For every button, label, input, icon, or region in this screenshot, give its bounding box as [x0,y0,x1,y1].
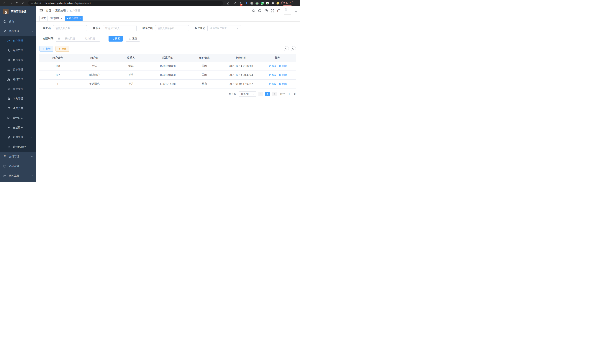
edit-button[interactable]: 修改 [268,73,276,77]
help-icon[interactable] [264,9,268,13]
tag-首页[interactable]: 首页 [39,16,47,21]
toggle-search-button[interactable] [284,46,289,51]
sidebar-item-短信管理[interactable]: 短信管理 [0,132,36,142]
cell-contact: 芋艿 [112,79,149,88]
sidebar-item-支付管理[interactable]: ¥支付管理 [0,152,36,161]
sidebar-item-菜单管理[interactable]: 菜单管理 [0,65,36,75]
close-icon[interactable]: × [61,17,62,20]
github-icon[interactable] [258,9,262,13]
date-range-picker[interactable]: 开始日期 - 结束日期 [56,36,100,42]
sidebar-item-字典管理[interactable]: 字典管理 [0,94,36,103]
sidebar-item-租户管理[interactable]: 租户管理 [0,36,36,46]
cell-name: 芋道源码 [76,79,113,88]
total-count: 共 3 条 [229,92,236,96]
sidebar-item-label: 菜单管理 [13,68,23,71]
gear-icon [3,30,6,33]
browser-forward-icon[interactable] [8,0,13,6]
delete-button[interactable]: 删除 [279,82,287,85]
extensions-puzzle-icon[interactable] [271,1,274,5]
profile-avatar-icon[interactable] [276,1,279,5]
export-button[interactable]: 导出 [56,46,69,52]
address-bar[interactable]: 不安全 dashboard.yudao.iocoder.cn/system/te… [28,1,223,6]
sidebar-item-基础设施[interactable]: 基础设施 [0,161,36,171]
extension-recorder-icon[interactable] [255,1,259,5]
tag-部门管理[interactable]: 部门管理× [49,16,64,21]
phone-input[interactable] [155,25,189,31]
tenant-name-label: 租户名 [43,27,51,30]
sidebar-item-研发工具[interactable]: 研发工具 [0,171,36,181]
refresh-table-button[interactable] [291,46,296,51]
extension-badge: 10 [240,4,243,6]
sidebar-item-label: 支付管理 [9,155,19,158]
sidebar-item-岗位管理[interactable]: 岗位管理 [0,84,36,94]
tags-view: 首页部门管理×租户管理× [36,15,300,21]
cell-actions: 修改删除 [259,62,296,71]
security-warning[interactable]: 不安全 [31,1,42,5]
search-button[interactable]: 搜索 [109,36,123,42]
browser-reload-icon[interactable] [14,0,20,6]
prev-page-button[interactable] [258,92,263,96]
contact-input[interactable] [103,25,137,31]
sidebar-item-label: 通知公告 [13,107,23,110]
header-search-icon[interactable] [252,9,255,13]
omnibox-divider [43,2,43,4]
bookmark-star-icon[interactable] [233,0,238,6]
breadcrumb-item[interactable]: 首页 [46,9,51,12]
user-menu-caret-icon[interactable] [295,11,297,13]
browser-toolbar: 不安全 dashboard.yudao.iocoder.cn/system/te… [0,0,300,6]
browser-home-icon[interactable] [21,0,26,6]
status-select[interactable]: 请选择租户状态 [207,25,241,31]
extension-y-icon[interactable]: Y [261,1,264,5]
reset-button[interactable]: 重置 [126,36,140,42]
delete-button[interactable]: 删除 [279,73,287,77]
fullscreen-icon[interactable] [271,9,274,13]
page-suffix: 页 [293,92,296,96]
next-page-button[interactable] [272,92,277,96]
sidebar-item-错误码管理[interactable]: 错误码管理 [0,142,36,152]
breadcrumb-item[interactable]: 系统管理 [55,9,66,12]
sidebar-item-系统管理[interactable]: 系统管理 [0,26,36,36]
share-icon[interactable] [225,0,231,6]
close-icon[interactable]: × [79,17,81,20]
browser-back-icon[interactable] [2,0,7,6]
goto-page-input[interactable] [286,92,292,96]
app-title: 芋道管理系统 [11,10,26,13]
extension-kite-icon[interactable] [245,1,248,5]
extension-tabs-icon[interactable]: 10 [240,1,243,5]
security-label: 不安全 [34,1,42,5]
chevron-down-icon [31,136,33,138]
browser-update-button[interactable]: 更新 ⋮ [281,1,293,6]
user-avatar[interactable] [284,7,291,14]
edit-button-label: 修改 [272,73,276,77]
breadcrumb: 首页/系统管理/租户管理 [46,9,80,12]
sidebar-item-角色管理[interactable]: 角色管理 [0,55,36,65]
page-number-button[interactable]: 1 [265,92,270,96]
tag-租户管理[interactable]: 租户管理× [65,16,83,21]
edit-button[interactable]: 修改 [268,82,276,85]
sidebar-item-用户管理[interactable]: 用户管理 [0,46,36,55]
edit-button-label: 修改 [272,64,276,68]
sidebar-item-label: 字典管理 [13,97,23,100]
delete-button[interactable]: 删除 [279,64,287,68]
extension-chat-icon[interactable] [266,1,269,5]
tag-label: 首页 [41,17,46,20]
start-date-placeholder: 开始日期 [62,37,78,40]
sidebar-item-部门管理[interactable]: 部门管理 [0,75,36,84]
add-button[interactable]: 新增 [39,46,53,52]
app-logo[interactable]: 芋道管理系统 [0,6,36,17]
column-header: 创建时间 [223,54,259,62]
filter-row-2: 创建时间 开始日期 - 结束日期 搜索 重置 [39,36,296,42]
cell-id: 107 [39,71,76,79]
sidebar-item-在线用户[interactable]: 在线用户 [0,123,36,132]
browser-menu-icon[interactable]: ⋮ [289,2,291,4]
tenant-name-input[interactable] [53,25,87,31]
edit-button[interactable]: 修改 [268,64,276,68]
page-size-select[interactable]: 10条/页 [239,92,256,97]
sidebar-collapse-icon[interactable] [39,9,43,13]
font-size-icon[interactable]: TT [277,9,280,12]
sidebar-item-审计日志[interactable]: 审计日志 [0,113,36,123]
yen-icon: ¥ [3,155,6,158]
extension-command-icon[interactable]: ⌘ [250,1,253,5]
sidebar-item-首页[interactable]: 首页 [0,17,36,26]
sidebar-item-通知公告[interactable]: 通知公告 [0,103,36,113]
